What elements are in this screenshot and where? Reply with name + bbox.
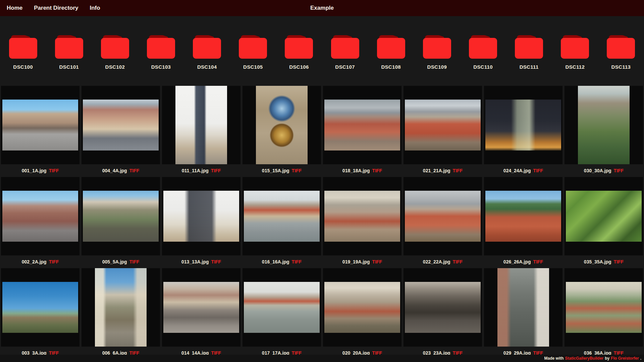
thumbnail-tile[interactable] — [162, 268, 240, 347]
thumbnail-tile[interactable] — [565, 86, 643, 164]
thumbnail-tile[interactable] — [162, 86, 240, 164]
thumbnail-tile[interactable] — [1, 268, 79, 347]
thumbnail-tile[interactable] — [565, 177, 643, 255]
photo-thumbnail[interactable] — [324, 100, 400, 150]
photo-thumbnail[interactable] — [497, 268, 549, 347]
photo-thumbnail[interactable] — [485, 191, 561, 242]
tiff-link[interactable]: TIFF — [614, 168, 624, 173]
folder-item[interactable]: DSC107 — [322, 35, 368, 70]
nav-link-info[interactable]: Info — [90, 5, 100, 11]
folder-label: DSC113 — [611, 64, 631, 70]
thumbnail-tile[interactable] — [404, 268, 482, 347]
footer-period: . — [640, 356, 641, 361]
nav-link-home[interactable]: Home — [7, 5, 22, 11]
folder-item[interactable]: DSC111 — [506, 35, 552, 70]
folder-label: DSC107 — [335, 64, 355, 70]
tiff-link[interactable]: TIFF — [129, 259, 140, 264]
tiff-link[interactable]: TIFF — [292, 259, 302, 264]
photo-thumbnail[interactable] — [566, 282, 642, 333]
thumbnail-tile[interactable] — [243, 86, 321, 164]
thumbnail-tile[interactable] — [82, 86, 160, 164]
photo-thumbnail[interactable] — [256, 86, 308, 164]
photo-thumbnail[interactable] — [2, 282, 78, 333]
folder-item[interactable]: DSC105 — [230, 35, 276, 70]
folder-item[interactable]: DSC103 — [138, 35, 184, 70]
tiff-link[interactable]: TIFF — [533, 168, 543, 173]
photo-filename: 011_11A.jpg — [182, 168, 209, 173]
photo-thumbnail[interactable] — [163, 191, 239, 242]
tiff-link[interactable]: TIFF — [453, 259, 463, 264]
photo-thumbnail[interactable] — [324, 282, 400, 333]
photo-filename: 018_18A.jpg — [342, 168, 370, 173]
thumbnail-tile[interactable] — [1, 177, 79, 255]
photo-thumbnail[interactable] — [405, 191, 481, 242]
tiff-link[interactable]: TIFF — [533, 259, 543, 264]
folder-icon — [561, 35, 589, 59]
tiff-link[interactable]: TIFF — [614, 259, 624, 264]
photo-filename: 022_22A.jpg — [423, 259, 450, 264]
photo-thumbnail[interactable] — [2, 100, 78, 150]
tiff-link[interactable]: TIFF — [211, 168, 221, 173]
photo-thumbnail[interactable] — [324, 191, 400, 242]
photo-thumbnail[interactable] — [83, 191, 159, 242]
folder-item[interactable]: DSC101 — [46, 35, 92, 70]
folder-item[interactable]: DSC110 — [460, 35, 506, 70]
thumbnail-tile[interactable] — [484, 177, 562, 255]
folder-icon-body — [515, 38, 543, 59]
thumbnail-tile[interactable] — [404, 177, 482, 255]
photo-thumbnail[interactable] — [405, 282, 481, 333]
photo-thumbnail[interactable] — [95, 268, 147, 347]
folder-item[interactable]: DSC112 — [552, 35, 598, 70]
nav-link-parent-directory[interactable]: Parent Directory — [34, 5, 78, 11]
tiff-link[interactable]: TIFF — [211, 259, 221, 264]
photo-thumbnail[interactable] — [2, 191, 78, 242]
folder-item[interactable]: DSC113 — [598, 35, 644, 70]
tiff-link[interactable]: TIFF — [129, 168, 140, 173]
photo-thumbnail[interactable] — [485, 100, 561, 150]
photo-thumbnail[interactable] — [578, 86, 630, 164]
tiff-link[interactable]: TIFF — [372, 168, 382, 173]
thumbnail-tile[interactable] — [484, 268, 562, 347]
thumbnail-tile[interactable] — [484, 86, 562, 164]
photo-thumbnail[interactable] — [244, 191, 320, 242]
folder-item[interactable]: DSC106 — [276, 35, 322, 70]
photo-cell: 036_36A.jpg TIFF — [565, 268, 643, 359]
folder-label: DSC104 — [197, 64, 217, 70]
photo-thumbnail[interactable] — [163, 282, 239, 333]
footer-author-link[interactable]: Flo Greistorfer — [611, 356, 639, 361]
photo-thumbnail[interactable] — [175, 86, 227, 164]
thumbnail-tile[interactable] — [323, 177, 401, 255]
photo-thumbnail[interactable] — [244, 282, 320, 333]
photo-thumbnail[interactable] — [83, 100, 159, 150]
folder-item[interactable]: DSC100 — [0, 35, 46, 70]
folder-item[interactable]: DSC108 — [368, 35, 414, 70]
thumbnail-tile[interactable] — [323, 86, 401, 164]
folder-label: DSC105 — [243, 64, 263, 70]
thumbnail-tile[interactable] — [243, 268, 321, 347]
tiff-link[interactable]: TIFF — [49, 168, 59, 173]
photo-filename: 013_13A.jpg — [181, 259, 209, 264]
tiff-link[interactable]: TIFF — [292, 168, 302, 173]
thumbnail-tile[interactable] — [82, 268, 160, 347]
footer-builder-link[interactable]: StaticGalleryBuilder — [565, 356, 604, 361]
tiff-link[interactable]: TIFF — [49, 259, 59, 264]
thumbnail-tile[interactable] — [1, 86, 79, 164]
folder-item[interactable]: DSC102 — [92, 35, 138, 70]
thumbnail-tile[interactable] — [404, 86, 482, 164]
thumbnail-tile[interactable] — [82, 177, 160, 255]
thumbnail-tile[interactable] — [243, 177, 321, 255]
photo-thumbnail[interactable] — [566, 191, 642, 242]
thumbnail-tile[interactable] — [323, 268, 401, 347]
tiff-link[interactable]: TIFF — [453, 168, 463, 173]
photo-thumbnail[interactable] — [405, 100, 481, 150]
thumbnail-tile[interactable] — [162, 177, 240, 255]
photo-filename: 030_30A.jpg — [584, 168, 611, 173]
photo-filename: 005_5A.jpg — [102, 259, 127, 264]
photo-cell: 021_21A.jpg TIFF — [404, 86, 482, 177]
folder-item[interactable]: DSC104 — [184, 35, 230, 70]
thumbnail-tile[interactable] — [565, 268, 643, 347]
tiff-link[interactable]: TIFF — [372, 259, 382, 264]
photo-caption: 035_35A.jpg TIFF — [565, 255, 643, 268]
folder-icon-body — [331, 38, 359, 59]
folder-item[interactable]: DSC109 — [414, 35, 460, 70]
